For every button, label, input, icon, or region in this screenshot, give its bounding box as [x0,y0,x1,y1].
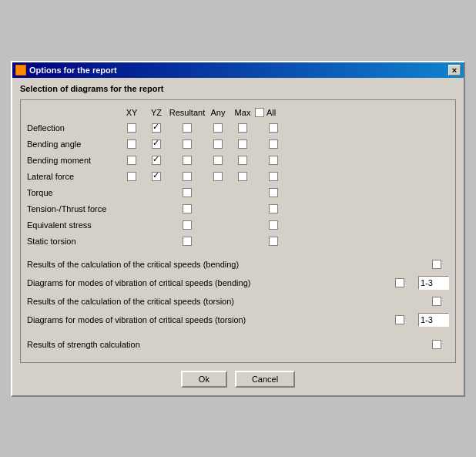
cb-strength[interactable] [432,340,441,349]
label-equivalent-stress: Equivalent stress [27,220,119,230]
col-header-any: Any [206,108,230,117]
col-header-max: Max [230,108,255,117]
cb-static-extra[interactable] [269,237,278,246]
cb-bending-moment-max[interactable] [238,156,247,165]
label-bending-angle: Bending angle [27,139,119,149]
cb-equivalent-res[interactable] [183,220,192,230]
cb-lateral-force-max[interactable] [238,172,247,181]
row-deflection: Deflection [27,120,449,136]
row-static-torsion: Static torsion [27,234,449,249]
cb-bending-angle-res[interactable] [183,139,192,149]
row-critical-bending: Results of the calculation of the critic… [27,256,449,273]
dialog-title: Options for the report [29,66,117,75]
cb-critical-torsion[interactable] [432,297,441,306]
cb-torque-res[interactable] [183,188,192,197]
cb-lateral-force-yz[interactable] [152,172,161,181]
cb-lateral-force-xy[interactable] [127,172,136,181]
cb-bending-angle-max[interactable] [238,139,247,149]
col-header-resultant: Resultant [169,108,206,117]
cb-bending-moment-extra[interactable] [269,156,278,165]
label-strength: Results of strength calculation [27,340,424,349]
cb-bending-moment-yz[interactable] [152,156,161,165]
row-critical-torsion: Results of the calculation of the critic… [27,293,449,310]
section-title: Selection of diagrams for the report [20,84,456,93]
cb-bending-angle-any[interactable] [213,139,223,149]
cb-critical-bending[interactable] [432,260,441,269]
dialog-body: Selection of diagrams for the report XY … [12,78,464,395]
cb-deflection-xy[interactable] [127,123,136,133]
ok-button[interactable]: Ok [181,371,227,388]
cb-deflection-extra[interactable] [269,123,278,133]
column-headers: XY YZ Resultant Any Max All [27,108,449,117]
col-header-all: All [255,108,292,117]
main-group: XY YZ Resultant Any Max All Deflection [20,99,456,363]
label-bending-moment: Bending moment [27,156,119,165]
label-critical-torsion: Results of the calculation of the critic… [27,297,424,306]
cb-tension-res[interactable] [183,204,192,213]
row-strength: Results of strength calculation [27,336,449,353]
row-modes-bending: Diagrams for modes of vibration of criti… [27,274,449,291]
row-lateral-force: Lateral force [27,169,449,184]
cb-bending-moment-xy[interactable] [127,156,136,165]
cb-lateral-force-any[interactable] [213,172,223,181]
cb-equivalent-extra[interactable] [269,220,278,230]
row-torque: Torque [27,185,449,200]
label-deflection: Deflection [27,123,119,133]
input-modes-torsion[interactable] [418,313,449,327]
cb-bending-moment-any[interactable] [213,156,223,165]
label-torque: Torque [27,188,119,197]
cb-modes-bending[interactable] [395,278,404,287]
cb-lateral-force-res[interactable] [183,172,192,181]
label-lateral-force: Lateral force [27,172,119,181]
col-header-yz: YZ [144,108,169,117]
cb-bending-moment-res[interactable] [183,156,192,165]
cb-deflection-max[interactable] [238,123,247,133]
cb-modes-torsion[interactable] [395,315,404,324]
cb-torque-extra[interactable] [269,188,278,197]
cancel-button[interactable]: Cancel [235,371,295,388]
cb-bending-angle-extra[interactable] [269,139,278,149]
row-bending-moment: Bending moment [27,153,449,168]
cb-static-res[interactable] [183,237,192,246]
label-modes-torsion: Diagrams for modes of vibration of criti… [27,315,387,324]
row-bending-angle: Bending angle [27,136,449,152]
dialog: Options for the report × Selection of di… [11,61,465,397]
cb-bending-angle-xy[interactable] [127,139,136,149]
label-static-torsion: Static torsion [27,237,119,246]
cb-deflection-any[interactable] [213,123,223,133]
checkbox-all[interactable] [255,108,264,117]
label-modes-bending: Diagrams for modes of vibration of criti… [27,278,387,287]
cb-lateral-force-extra[interactable] [269,172,278,181]
cb-deflection-yz[interactable] [152,123,161,133]
cb-bending-angle-yz[interactable] [152,139,161,149]
label-critical-bending: Results of the calculation of the critic… [27,260,424,269]
title-icon [15,65,26,76]
buttons-row: Ok Cancel [20,371,456,388]
title-bar: Options for the report × [12,62,464,78]
row-modes-torsion: Diagrams for modes of vibration of criti… [27,311,449,328]
row-tension-thrust: Tension-/Thrust force [27,201,449,217]
cb-tension-extra[interactable] [269,204,278,213]
label-tension-thrust: Tension-/Thrust force [27,204,119,213]
col-header-xy: XY [119,108,144,117]
row-equivalent-stress: Equivalent stress [27,217,449,233]
cb-deflection-res[interactable] [183,123,192,133]
close-button[interactable]: × [448,65,461,76]
input-modes-bending[interactable] [418,276,449,290]
